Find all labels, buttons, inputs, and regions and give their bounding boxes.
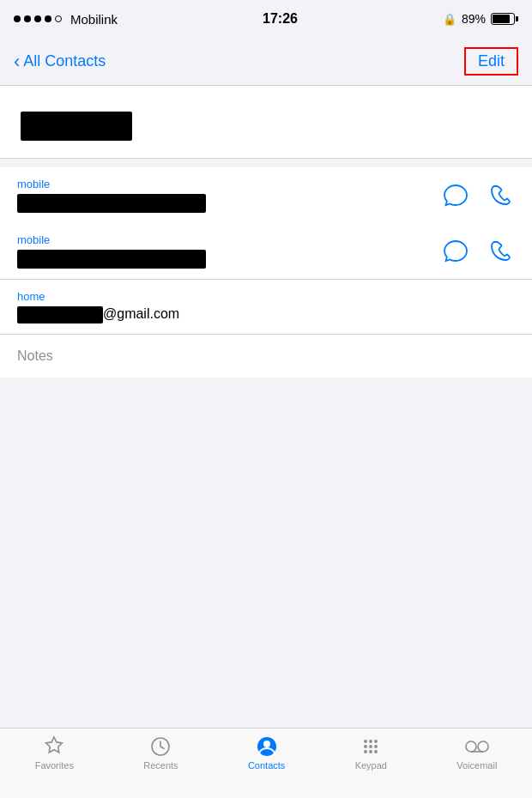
message2-icon[interactable] xyxy=(441,237,470,266)
phone2-actions xyxy=(441,237,515,266)
tab-voicemail[interactable]: Voicemail xyxy=(456,735,497,771)
keypad-icon xyxy=(360,735,382,758)
email-label: home xyxy=(17,290,515,303)
svg-point-11 xyxy=(374,750,378,753)
phone2-label: mobile xyxy=(17,233,441,246)
lock-icon: 🔒 xyxy=(443,13,456,26)
message1-icon[interactable] xyxy=(441,181,470,210)
svg-point-6 xyxy=(364,745,367,748)
signal-dot-1 xyxy=(14,15,21,22)
tab-recents[interactable]: Recents xyxy=(143,735,178,771)
contacts-icon xyxy=(256,735,278,758)
svg-point-7 xyxy=(369,745,372,748)
recents-label: Recents xyxy=(143,760,178,771)
status-time: 17:26 xyxy=(263,11,298,27)
phone2-content: mobile xyxy=(17,233,441,269)
phone1-section: mobile xyxy=(0,167,532,223)
email-value: @gmail.com xyxy=(17,306,515,323)
keypad-label: Keypad xyxy=(355,760,387,771)
signal-dot-2 xyxy=(24,15,31,22)
notes-placeholder: Notes xyxy=(17,348,53,363)
carrier-name: Mobilink xyxy=(70,12,118,27)
svg-point-9 xyxy=(364,750,367,753)
voicemail-label: Voicemail xyxy=(456,760,497,771)
email-content: home @gmail.com xyxy=(17,290,515,323)
phone2-row: mobile xyxy=(0,223,532,279)
phone2-section: mobile xyxy=(0,223,532,279)
nav-bar: ‹ All Contacts Edit xyxy=(0,38,532,86)
svg-point-4 xyxy=(369,740,372,743)
svg-point-13 xyxy=(478,741,488,752)
back-button[interactable]: ‹ All Contacts xyxy=(14,52,106,71)
call1-icon[interactable] xyxy=(486,181,515,210)
chevron-left-icon: ‹ xyxy=(14,52,20,71)
signal-carrier: Mobilink xyxy=(14,12,118,27)
contacts-label: Contacts xyxy=(248,760,285,771)
svg-point-10 xyxy=(369,750,372,753)
tab-keypad[interactable]: Keypad xyxy=(355,735,387,771)
contact-header xyxy=(0,86,532,159)
phone1-actions xyxy=(441,181,515,210)
battery-section: 🔒 89% xyxy=(443,12,518,26)
battery-icon xyxy=(491,13,518,25)
phone1-content: mobile xyxy=(17,178,441,213)
favorites-label: Favorites xyxy=(35,760,74,771)
status-bar: Mobilink 17:26 🔒 89% xyxy=(0,0,532,38)
battery-percentage: 89% xyxy=(462,12,486,26)
tab-favorites[interactable]: Favorites xyxy=(35,735,74,771)
signal-dot-4 xyxy=(45,15,51,22)
svg-point-2 xyxy=(263,741,270,747)
signal-dot-5 xyxy=(55,15,62,22)
edit-button[interactable]: Edit xyxy=(464,47,518,76)
svg-point-5 xyxy=(374,740,378,743)
phone1-row: mobile xyxy=(0,167,532,223)
back-label: All Contacts xyxy=(23,52,106,70)
call2-icon[interactable] xyxy=(486,237,515,266)
phone1-value-redacted xyxy=(17,194,206,213)
tab-bar: Favorites Recents Contacts xyxy=(0,728,532,798)
contact-name-redacted xyxy=(21,112,132,141)
phone1-label: mobile xyxy=(17,178,441,190)
notes-section: Notes xyxy=(0,334,532,378)
tab-contacts[interactable]: Contacts xyxy=(248,735,285,771)
contact-name-block xyxy=(21,112,132,141)
svg-point-8 xyxy=(374,745,378,748)
email-suffix: @gmail.com xyxy=(103,306,179,321)
email-row: home @gmail.com xyxy=(0,280,532,334)
signal-dot-3 xyxy=(34,15,41,22)
svg-point-3 xyxy=(364,740,367,743)
phone2-value-redacted xyxy=(17,250,206,269)
voicemail-icon xyxy=(464,735,490,758)
svg-point-12 xyxy=(466,741,476,752)
recents-icon xyxy=(149,735,172,758)
email-username-redacted xyxy=(17,306,103,323)
email-section: home @gmail.com xyxy=(0,279,532,334)
favorites-icon xyxy=(43,735,65,758)
